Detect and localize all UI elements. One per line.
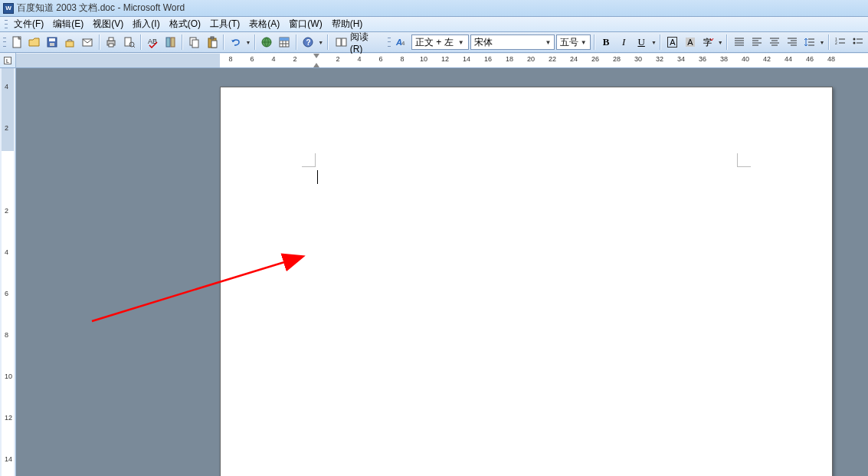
reading-layout-button[interactable]: 阅读(R) <box>332 34 385 51</box>
separator <box>296 34 297 50</box>
document-canvas[interactable] <box>16 68 868 476</box>
styles-pane-button[interactable]: A4 <box>394 34 410 51</box>
permissions-button[interactable] <box>62 34 78 51</box>
tab-selector-button[interactable]: L <box>0 53 16 68</box>
menu-window[interactable]: 窗口(W) <box>284 18 326 31</box>
help-dropdown-icon[interactable]: ▼ <box>318 40 324 45</box>
style-value: 正文 + 左 <box>415 36 454 49</box>
svg-line-11 <box>133 46 135 48</box>
hanging-indent-marker[interactable] <box>313 63 319 67</box>
underline-dropdown-icon[interactable]: ▼ <box>651 40 657 45</box>
grip-icon[interactable] <box>5 16 8 33</box>
spellcheck-button[interactable]: AB <box>145 34 161 51</box>
svg-rect-19 <box>211 41 217 48</box>
font-size-value: 五号 <box>560 36 578 49</box>
line-spacing-button[interactable] <box>801 34 817 51</box>
menu-table[interactable]: 表格(A) <box>244 18 284 31</box>
margin-corner-top-right <box>737 153 751 167</box>
menu-bar: 文件(F) 编辑(E) 视图(V) 插入(I) 格式(O) 工具(T) 表格(A… <box>0 17 868 32</box>
underline-button[interactable]: U <box>634 34 650 51</box>
insert-table-button[interactable] <box>277 34 293 51</box>
font-effect-button[interactable]: 字 <box>699 34 716 51</box>
copy-button[interactable] <box>186 34 202 51</box>
svg-rect-29 <box>336 38 341 46</box>
menu-file[interactable]: 文件(F) <box>9 18 48 31</box>
svg-rect-7 <box>109 38 113 41</box>
svg-rect-13 <box>166 38 170 47</box>
separator <box>594 34 595 50</box>
font-combo[interactable]: 宋体 ▼ <box>470 34 555 50</box>
grip-icon[interactable] <box>3 34 6 51</box>
ruler-margin-top <box>2 68 14 151</box>
menu-edit[interactable]: 编辑(E) <box>48 18 88 31</box>
print-preview-button[interactable] <box>121 34 137 51</box>
menu-help[interactable]: 帮助(H) <box>327 18 368 31</box>
window-title: 百度知道 2003 文档.doc - Microsoft Word <box>17 2 185 15</box>
svg-line-61 <box>92 257 302 321</box>
svg-rect-18 <box>211 37 214 39</box>
standard-toolbar: AB ▼ ? ▼ 阅读(R) A4 正文 + 左 ▼ 宋体 ▼ 五号 ▼ B I… <box>0 32 868 53</box>
font-size-combo[interactable]: 五号 ▼ <box>556 34 590 50</box>
save-button[interactable] <box>44 34 61 51</box>
research-button[interactable] <box>162 34 179 51</box>
char-border-button[interactable]: A <box>664 34 680 51</box>
bold-button[interactable]: B <box>598 34 614 51</box>
horizontal-ruler-bar: L 86422468101214161820222426283032343638… <box>0 53 868 68</box>
vertical-ruler[interactable]: 4224681012141618 <box>0 68 16 476</box>
chevron-down-icon: ▼ <box>579 39 588 46</box>
svg-rect-26 <box>280 38 289 41</box>
separator <box>726 34 728 50</box>
line-spacing-dropdown-icon[interactable]: ▼ <box>819 40 825 45</box>
svg-rect-4 <box>66 41 74 47</box>
svg-text:?: ? <box>306 38 311 47</box>
separator <box>99 34 100 50</box>
separator <box>828 34 830 50</box>
help-button[interactable]: ? <box>300 34 316 51</box>
title-bar: W 百度知道 2003 文档.doc - Microsoft Word <box>0 0 868 17</box>
menu-insert[interactable]: 插入(I) <box>128 18 164 31</box>
italic-button[interactable]: I <box>616 34 632 51</box>
menu-tools[interactable]: 工具(T) <box>205 18 244 31</box>
new-document-button[interactable] <box>9 34 25 51</box>
svg-rect-2 <box>49 38 55 41</box>
separator <box>182 34 183 50</box>
font-value: 宋体 <box>474 36 493 49</box>
annotation-arrow-icon <box>90 251 313 324</box>
email-button[interactable] <box>80 34 96 51</box>
separator <box>660 34 661 50</box>
menu-view[interactable]: 视图(V) <box>88 18 128 31</box>
undo-dropdown-icon[interactable]: ▼ <box>245 40 251 45</box>
bulleted-list-button[interactable] <box>850 34 866 51</box>
chevron-down-icon: ▼ <box>457 39 466 46</box>
separator <box>140 34 142 50</box>
align-distribute-button[interactable] <box>731 34 747 51</box>
undo-button[interactable] <box>228 34 244 51</box>
numbered-list-button[interactable]: 12 <box>833 34 849 51</box>
print-button[interactable] <box>103 34 120 51</box>
chevron-down-icon: ▼ <box>543 39 552 46</box>
svg-text:4: 4 <box>401 40 405 47</box>
first-line-indent-marker[interactable] <box>313 54 319 58</box>
align-right-button[interactable] <box>784 34 800 51</box>
svg-rect-14 <box>171 38 175 47</box>
grip-icon[interactable] <box>388 34 391 51</box>
char-shading-button[interactable]: A <box>682 34 698 51</box>
paste-button[interactable] <box>204 34 220 51</box>
svg-rect-16 <box>192 40 198 48</box>
style-combo[interactable]: 正文 + 左 ▼ <box>411 34 469 50</box>
svg-point-57 <box>853 38 856 41</box>
font-effect-dropdown-icon[interactable]: ▼ <box>717 40 723 45</box>
svg-point-58 <box>853 42 856 44</box>
work-area: 4224681012141618 <box>0 68 868 476</box>
align-center-button[interactable] <box>766 34 782 51</box>
open-button[interactable] <box>27 34 43 51</box>
menu-format[interactable]: 格式(O) <box>165 18 205 31</box>
svg-rect-9 <box>125 38 131 46</box>
horizontal-ruler[interactable]: 8642246810121416182022242628303234363840… <box>16 54 868 67</box>
hyperlink-button[interactable] <box>259 34 275 51</box>
svg-rect-8 <box>109 44 113 47</box>
align-left-button[interactable] <box>748 34 765 51</box>
word-app-icon: W <box>3 3 14 14</box>
separator <box>254 34 256 50</box>
text-cursor <box>317 170 318 184</box>
